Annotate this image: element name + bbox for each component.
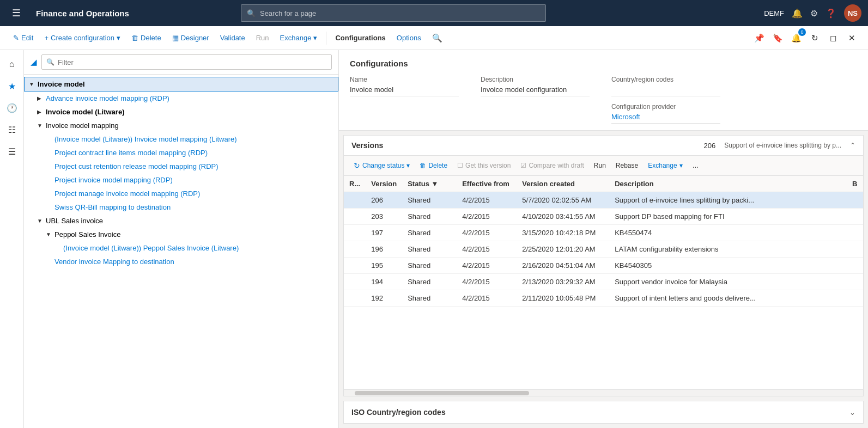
home-icon[interactable]: ⌂ <box>2 54 22 74</box>
config-header: Configurations Name Invoice model Descri… <box>339 50 868 131</box>
get-version-button[interactable]: ☐ Get this version <box>453 160 515 172</box>
user-avatar[interactable]: NS <box>844 4 861 22</box>
tree-item[interactable]: Swiss QR-Bill mapping to destination <box>24 200 338 214</box>
notification-icon[interactable]: 🔔 <box>792 8 803 19</box>
tree-item[interactable]: Project cust retention release model map… <box>24 160 338 173</box>
provider-value[interactable]: Microsoft <box>611 113 720 124</box>
table-cell: Support vendor invoice for Malaysia <box>609 274 847 290</box>
help-icon[interactable]: ❓ <box>825 8 836 19</box>
table-cell <box>847 290 863 307</box>
table-cell: 2/25/2020 12:01:20 AM <box>517 241 609 258</box>
change-status-button[interactable]: ↻ Change status ▾ <box>349 159 414 172</box>
options-tab[interactable]: Options <box>392 32 426 44</box>
iso-title: ISO Country/region codes <box>351 408 446 417</box>
col-header-version[interactable]: Version <box>366 176 402 192</box>
pin-icon[interactable]: 📌 <box>751 30 767 46</box>
favorites-icon[interactable]: ★ <box>2 76 22 96</box>
compare-draft-button[interactable]: ☑ Compare with draft <box>516 160 588 172</box>
table-cell: LATAM configurability extensions <box>609 241 847 258</box>
configurations-tab[interactable]: Configurations <box>331 32 390 44</box>
expand-icon: ▶ <box>37 109 46 115</box>
more-options-button[interactable]: … <box>688 160 703 172</box>
tree-item[interactable]: ▶Invoice model (Litware) <box>24 105 338 119</box>
settings-icon[interactable]: ⚙ <box>810 8 818 19</box>
search-toolbar-icon[interactable]: 🔍 <box>430 30 445 46</box>
table-row[interactable]: 195Shared4/2/20152/16/2020 04:51:04 AMKB… <box>344 258 863 274</box>
exchange-dropdown-icon: ▾ <box>313 34 317 42</box>
run-button[interactable]: Run <box>252 32 274 44</box>
table-cell <box>344 225 366 241</box>
hamburger-menu-icon[interactable]: ☰ <box>7 3 26 23</box>
expand-icon[interactable]: ◻ <box>825 30 841 46</box>
tree-item[interactable]: ▼Peppol Sales Invoice <box>24 228 338 241</box>
table-cell: Shared <box>402 225 457 241</box>
exchange-button[interactable]: Exchange ▾ <box>276 32 322 44</box>
versions-run-button[interactable]: Run <box>590 160 610 172</box>
table-row[interactable]: 192Shared4/2/20152/11/2020 10:05:48 PMSu… <box>344 290 863 307</box>
table-row[interactable]: 203Shared4/2/20154/10/2020 03:41:55 AMSu… <box>344 209 863 225</box>
table-cell <box>344 192 366 209</box>
tree-item[interactable]: ▼UBL Sales invoice <box>24 214 338 228</box>
tree-item[interactable]: Project contract line items model mappin… <box>24 146 338 160</box>
recent-icon[interactable]: 🕐 <box>2 98 22 118</box>
config-country-field: Country/region codes Configuration provi… <box>611 76 720 124</box>
designer-button[interactable]: ▦ Designer <box>168 32 214 44</box>
status-filter-icon[interactable]: ▼ <box>432 180 439 188</box>
table-cell: 4/10/2020 03:41:55 AM <box>517 209 609 225</box>
table-row[interactable]: 196Shared4/2/20152/25/2020 12:01:20 AMLA… <box>344 241 863 258</box>
alert-badge: 0 <box>798 28 806 36</box>
col-header-r: R... <box>344 176 366 192</box>
scrollbar-thumb[interactable] <box>355 391 529 395</box>
tree-item-label: Project manage invoice model mapping (RD… <box>54 189 200 198</box>
col-header-description[interactable]: Description <box>609 176 847 192</box>
name-label: Name <box>350 76 459 83</box>
expand-icon: ▼ <box>29 81 38 87</box>
tree-item[interactable]: (Invoice model (Litware)) Peppol Sales I… <box>24 241 338 255</box>
refresh-icon[interactable]: ↻ <box>807 30 822 46</box>
col-header-effective[interactable]: Effective from <box>457 176 517 192</box>
delete-button[interactable]: 🗑 Delete <box>127 32 166 44</box>
filter-input[interactable] <box>58 58 327 66</box>
tree-item[interactable]: Project manage invoice model mapping (RD… <box>24 187 338 200</box>
tree-item[interactable]: ▼Invoice model <box>24 77 338 91</box>
close-icon[interactable]: ✕ <box>844 30 859 46</box>
app-title: Finance and Operations <box>36 9 129 18</box>
versions-delete-button[interactable]: 🗑 Delete <box>415 160 452 172</box>
env-label: DEMF <box>764 9 784 17</box>
workspace-icon[interactable]: ☷ <box>2 120 22 139</box>
filter-bar: ◢ 🔍 <box>24 50 338 75</box>
table-row[interactable]: 197Shared4/2/20153/15/2020 10:42:18 PMKB… <box>344 225 863 241</box>
table-cell: 206 <box>366 192 402 209</box>
versions-collapse-icon[interactable]: ⌃ <box>850 142 855 149</box>
table-row[interactable]: 206Shared4/2/20155/7/2020 02:02:55 AMSup… <box>344 192 863 209</box>
table-cell <box>847 258 863 274</box>
versions-section: Versions 206 Support of e-invoice lines … <box>343 135 864 396</box>
horizontal-scrollbar[interactable] <box>344 389 863 396</box>
versions-exchange-button[interactable]: Exchange ▾ <box>644 160 687 172</box>
country-value <box>611 85 720 96</box>
validate-button[interactable]: Validate <box>216 32 250 44</box>
tree-item[interactable]: Project invoice model mapping (RDP) <box>24 173 338 187</box>
tree-item[interactable]: ▼Invoice model mapping <box>24 119 338 132</box>
rebase-button[interactable]: Rebase <box>611 160 642 172</box>
table-cell: 4/2/2015 <box>457 192 517 209</box>
list-icon[interactable]: ☰ <box>2 142 22 161</box>
filter-input-wrapper: 🔍 <box>41 54 332 70</box>
tree-item[interactable]: (Invoice model (Litware)) Invoice model … <box>24 132 338 146</box>
iso-collapse-icon[interactable]: ⌄ <box>849 408 855 417</box>
get-version-icon: ☐ <box>457 162 463 169</box>
tree-item[interactable]: Vendor invoice Mapping to destination <box>24 255 338 268</box>
table-cell: KB4550474 <box>609 225 847 241</box>
table-row[interactable]: 194Shared4/2/20152/13/2020 03:29:32 AMSu… <box>344 274 863 290</box>
create-config-button[interactable]: + Create configuration ▾ <box>40 32 125 44</box>
table-cell: 3/15/2020 10:42:18 PM <box>517 225 609 241</box>
edit-button[interactable]: ✎ Edit <box>9 32 38 44</box>
table-cell: Support DP based mapping for FTI <box>609 209 847 225</box>
tree-item[interactable]: ▶Advance invoice model mapping (RDP) <box>24 91 338 105</box>
search-input[interactable] <box>260 9 540 17</box>
col-header-created[interactable]: Version created <box>517 176 609 192</box>
bookmark-icon[interactable]: 🔖 <box>770 30 785 46</box>
table-cell: 2/11/2020 10:05:48 PM <box>517 290 609 307</box>
versions-trash-icon: 🗑 <box>420 162 426 169</box>
col-header-status[interactable]: Status ▼ <box>402 176 457 192</box>
